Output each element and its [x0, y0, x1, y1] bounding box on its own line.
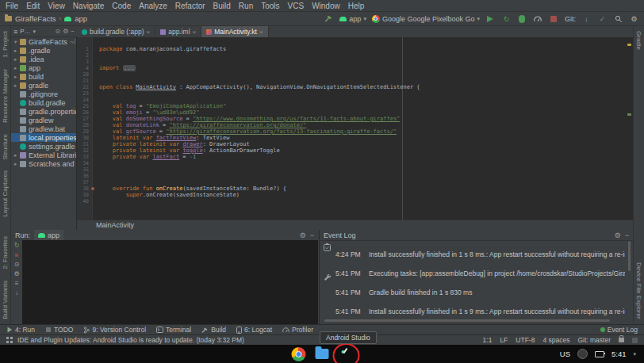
- keyboard-layout-indicator[interactable]: US: [560, 350, 570, 358]
- git-update-icon[interactable]: ↓: [581, 13, 592, 24]
- device-select[interactable]: Google Google Pixelbook Go ▾: [372, 15, 480, 23]
- status-1-1[interactable]: 1:1: [483, 336, 493, 344]
- chevron-collapsed-icon[interactable]: ▸: [14, 48, 20, 54]
- clear-icon[interactable]: ≡: [15, 281, 19, 287]
- files-launcher-icon[interactable]: [316, 349, 329, 359]
- tool-button-structure[interactable]: Structure: [2, 134, 9, 159]
- lock-icon[interactable]: [619, 338, 624, 342]
- gear-icon[interactable]: ⚙: [615, 231, 621, 239]
- tool-button-1-project[interactable]: 1: Project: [2, 31, 9, 58]
- breadcrumb-project[interactable]: GiraffeFacts: [15, 14, 56, 23]
- editor-tab-app-iml[interactable]: app.iml×: [155, 26, 201, 37]
- stop-icon[interactable]: ■: [15, 252, 19, 258]
- run-configuration-select[interactable]: app ▾: [339, 15, 366, 23]
- settings-icon[interactable]: ⚙: [13, 271, 19, 277]
- hide-panel-icon[interactable]: −: [310, 231, 314, 239]
- menu-navigate[interactable]: Navigate: [69, 2, 108, 10]
- locate-file-icon[interactable]: ⊙: [55, 28, 60, 35]
- tree-item-gradle[interactable]: ▸gradle: [11, 81, 76, 90]
- profiler-button[interactable]: [533, 13, 543, 24]
- tool-button-build-variants[interactable]: Build Variants: [2, 281, 9, 319]
- project-view-icon[interactable]: ≡: [13, 28, 17, 36]
- event-log-toggle[interactable]: Event Log: [600, 326, 638, 334]
- tool-window-switcher-icon[interactable]: [6, 337, 13, 343]
- editor-tab-build-gradle-app[interactable]: build.gradle (:app)×: [77, 26, 155, 37]
- project-view-label[interactable]: P…: [20, 28, 30, 35]
- tool-window-button-build[interactable]: Build: [201, 326, 226, 334]
- clock[interactable]: 5:41: [611, 350, 627, 358]
- status-lf[interactable]: LF: [500, 336, 508, 344]
- chevron-collapsed-icon[interactable]: ▸: [14, 161, 20, 167]
- menu-file[interactable]: File: [2, 2, 22, 10]
- menu-tools[interactable]: Tools: [257, 2, 283, 10]
- run-tab-app[interactable]: app: [34, 230, 63, 240]
- project-tree-panel[interactable]: ▾ GiraffeFacts ~/S ▸.gradle▸.idea▸app▸bu…: [11, 37, 77, 230]
- menu-code[interactable]: Code: [108, 2, 135, 10]
- tool-button-layout-captures[interactable]: Layout Captures: [2, 170, 9, 217]
- code-editor[interactable]: 1package com.naranjaconsal.giraffefacts2…: [77, 37, 633, 220]
- tree-item-scratches-and-consoles[interactable]: ▸Scratches and Consoles: [11, 159, 76, 168]
- build-hammer-icon[interactable]: [324, 13, 334, 24]
- tree-item-idea[interactable]: ▸.idea: [11, 55, 76, 63]
- chevron-collapsed-icon[interactable]: ▸: [14, 82, 20, 89]
- vertical-scrollbar[interactable]: [628, 241, 631, 271]
- tool-window-button-9-version-control[interactable]: 9: Version Control: [83, 326, 146, 334]
- menu-edit[interactable]: Edit: [22, 2, 44, 10]
- chevron-down-icon[interactable]: ▾: [633, 351, 636, 357]
- scroll-down-icon[interactable]: ↓: [15, 290, 18, 296]
- tree-item-gradle-properties[interactable]: gradle.properties: [11, 107, 76, 116]
- tree-item-gradlew-bat[interactable]: gradlew.bat: [11, 124, 76, 133]
- tool-button-2-favorites[interactable]: 2: Favorites: [2, 236, 9, 269]
- chevron-collapsed-icon[interactable]: ▸: [14, 74, 20, 80]
- status-utf-8[interactable]: UTF-8: [516, 336, 535, 344]
- menu-refactor[interactable]: Refactor: [171, 2, 209, 10]
- status-git-master[interactable]: Git: master: [577, 336, 611, 344]
- gear-icon[interactable]: ⚙: [300, 231, 306, 239]
- tool-button-resource-manager[interactable]: Resource Manager: [2, 69, 9, 123]
- run-console-output[interactable]: [22, 240, 318, 324]
- hide-panel-icon[interactable]: −: [625, 231, 629, 239]
- project-tree-root[interactable]: ▾ GiraffeFacts ~/S: [11, 37, 76, 46]
- stop-button[interactable]: [549, 13, 559, 24]
- pin-icon[interactable]: ⊙: [14, 262, 20, 268]
- status-message[interactable]: IDE and Plugin Updates: Android Studio i…: [17, 336, 244, 344]
- apply-changes-button[interactable]: ↻: [501, 13, 512, 24]
- breadcrumb-module[interactable]: app: [75, 14, 87, 23]
- menu-vcs[interactable]: VCS: [284, 2, 309, 10]
- tool-button-device-file-explorer[interactable]: Device File Explorer: [635, 262, 642, 319]
- tool-window-button-profiler[interactable]: Profiler: [282, 326, 313, 334]
- menu-analyze[interactable]: Analyze: [135, 2, 171, 10]
- menu-window[interactable]: Window: [308, 2, 344, 10]
- tree-item-external-libraries[interactable]: ▸External Libraries: [11, 151, 76, 159]
- settings-gear-icon[interactable]: ⚙: [629, 13, 639, 24]
- tree-item-gradlew[interactable]: gradlew: [11, 116, 76, 124]
- tool-window-button-4-run[interactable]: 4: Run: [6, 326, 35, 334]
- editor-tab-mainactivity-kt[interactable]: MainActivity.kt×: [201, 26, 268, 37]
- chevron-collapsed-icon[interactable]: ▸: [14, 152, 20, 159]
- hide-panel-icon[interactable]: −: [71, 28, 75, 35]
- close-tab-icon[interactable]: ×: [193, 29, 197, 36]
- menu-build[interactable]: Build: [209, 2, 235, 10]
- chevron-expanded-icon[interactable]: ▾: [14, 39, 20, 45]
- status-4-spaces[interactable]: 4 spaces: [542, 336, 569, 344]
- close-tab-icon[interactable]: ×: [259, 29, 263, 36]
- tree-item-settings-gradle[interactable]: settings.gradle: [11, 142, 76, 151]
- horizontal-scrollbar[interactable]: [324, 319, 610, 322]
- rerun-icon[interactable]: ↻: [14, 243, 20, 249]
- tray-status-icon[interactable]: [577, 349, 588, 359]
- chevron-collapsed-icon[interactable]: ▸: [14, 56, 20, 63]
- gear-icon[interactable]: ⚙: [63, 28, 68, 35]
- tool-window-button-todo[interactable]: TODO: [45, 326, 73, 334]
- tool-window-button-terminal[interactable]: Terminal: [156, 326, 191, 334]
- tree-item-app[interactable]: ▸app: [11, 63, 76, 72]
- tool-button-gradle[interactable]: Gradle: [635, 31, 642, 50]
- tree-item-build-gradle[interactable]: build.gradle: [11, 98, 76, 107]
- menu-help[interactable]: Help: [344, 2, 369, 10]
- override-gutter-icon[interactable]: [90, 185, 96, 192]
- tool-window-button-6-logcat[interactable]: 6: Logcat: [236, 326, 272, 334]
- menu-run[interactable]: Run: [235, 2, 257, 10]
- close-tab-icon[interactable]: ×: [147, 29, 151, 36]
- breadcrumb-class[interactable]: MainActivity: [96, 221, 134, 229]
- search-icon[interactable]: [613, 13, 623, 24]
- chevron-collapsed-icon[interactable]: ▸: [14, 65, 20, 71]
